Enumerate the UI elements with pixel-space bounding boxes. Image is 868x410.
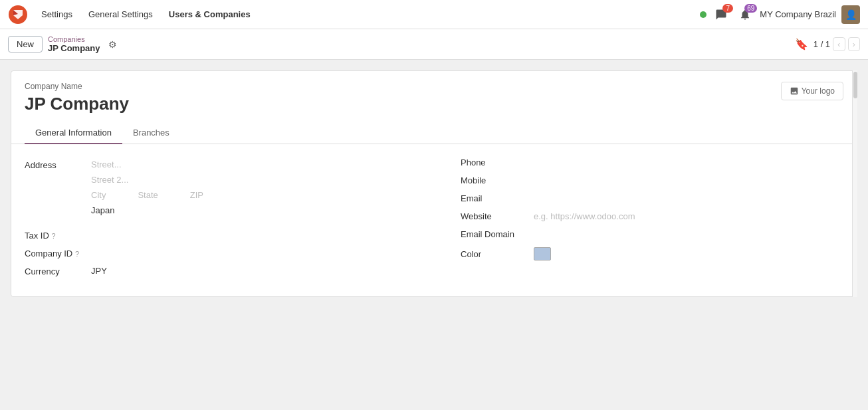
address-label: Address: [25, 157, 91, 170]
city-state-zip-row: City State ZIP: [91, 188, 203, 202]
state-input[interactable]: State: [138, 188, 158, 202]
chat-notifications-button[interactable]: 7: [712, 5, 730, 24]
street-input[interactable]: Street...: [91, 157, 203, 171]
breadcrumb-current-page: JP Company: [48, 43, 100, 53]
email-domain-field: Email Domain: [461, 229, 843, 239]
breadcrumb-parent-link[interactable]: Companies: [48, 35, 100, 43]
website-field: Website e.g. https://www.odoo.com: [461, 211, 843, 221]
company-title: JP Company: [25, 94, 843, 114]
currency-label: Currency: [25, 264, 91, 276]
tax-id-help-icon[interactable]: ?: [51, 232, 55, 240]
address-field: Address Street... Street 2... City State…: [25, 157, 407, 217]
country-input[interactable]: Japan: [91, 203, 203, 217]
tax-id-value[interactable]: [91, 228, 407, 232]
color-field: Color: [461, 247, 843, 260]
logo-button-label: Your logo: [802, 86, 835, 96]
company-id-field: Company ID ?: [25, 246, 407, 258]
city-input[interactable]: City: [91, 188, 106, 202]
company-name-field-label: Company Name: [25, 82, 843, 91]
currency-field: Currency JPY: [25, 264, 407, 278]
tab-branches[interactable]: Branches: [122, 122, 180, 144]
tab-general-information[interactable]: General Information: [25, 122, 122, 144]
form-wrapper: Company Name JP Company Your logo Genera…: [11, 70, 857, 297]
breadcrumb-bar: New Companies JP Company ⚙ 🔖 1 / 1 ‹ ›: [0, 29, 868, 60]
form-body: Address Street... Street 2... City State…: [11, 144, 857, 296]
company-id-label: Company ID ?: [25, 246, 91, 258]
phone-label: Phone: [461, 157, 534, 167]
nav-settings[interactable]: Settings: [35, 5, 79, 23]
next-record-button[interactable]: ›: [848, 37, 860, 51]
bookmark-icon[interactable]: 🔖: [795, 38, 808, 51]
website-label: Website: [461, 211, 534, 221]
address-inputs: Street... Street 2... City State ZIP Jap…: [91, 157, 203, 217]
record-navigation: 1 / 1 ‹ ›: [814, 37, 860, 51]
main-content: Company Name JP Company Your logo Genera…: [0, 60, 868, 410]
chat-badge: 7: [722, 4, 733, 13]
breadcrumb-actions: 🔖 1 / 1 ‹ ›: [795, 37, 860, 51]
email-domain-label: Email Domain: [461, 229, 534, 239]
record-counter: 1 / 1: [814, 39, 830, 49]
tax-id-label: Tax ID ?: [25, 228, 91, 241]
status-indicator: [700, 11, 706, 18]
breadcrumb: Companies JP Company: [48, 35, 100, 53]
previous-record-button[interactable]: ‹: [833, 37, 845, 51]
activity-notifications-button[interactable]: 69: [736, 5, 754, 24]
street2-input[interactable]: Street 2...: [91, 173, 203, 187]
zip-input[interactable]: ZIP: [190, 188, 203, 202]
mobile-field: Mobile: [461, 175, 843, 185]
form-card: Company Name JP Company Your logo Genera…: [11, 70, 857, 297]
current-company-name: MY Company Brazil: [760, 9, 836, 19]
form-header: Company Name JP Company Your logo: [11, 71, 857, 114]
email-field: Email: [461, 193, 843, 203]
upload-logo-button[interactable]: Your logo: [781, 82, 843, 100]
color-picker[interactable]: [534, 247, 551, 260]
company-id-help-icon[interactable]: ?: [75, 250, 79, 258]
new-button[interactable]: New: [8, 36, 43, 52]
currency-value[interactable]: JPY: [91, 264, 407, 278]
form-tabs: General Information Branches: [11, 122, 857, 144]
user-avatar[interactable]: 👤: [841, 5, 860, 24]
settings-gear-icon[interactable]: ⚙: [108, 39, 117, 50]
form-right-column: Phone Mobile Email Webs: [434, 157, 843, 283]
tax-id-field: Tax ID ?: [25, 228, 407, 241]
mobile-label: Mobile: [461, 175, 534, 185]
color-label: Color: [461, 249, 534, 259]
scrollbar-thumb[interactable]: [853, 72, 857, 98]
scrollbar-track[interactable]: [852, 70, 857, 297]
app-logo[interactable]: [8, 5, 28, 25]
form-left-column: Address Street... Street 2... City State…: [25, 157, 434, 283]
nav-general-settings[interactable]: General Settings: [82, 5, 160, 23]
company-id-value[interactable]: [91, 246, 407, 250]
phone-field: Phone: [461, 157, 843, 167]
topnav-right-section: 7 69 MY Company Brazil 👤: [700, 5, 860, 24]
nav-users-companies[interactable]: Users & Companies: [162, 5, 257, 23]
activity-badge: 69: [744, 4, 757, 13]
website-input[interactable]: e.g. https://www.odoo.com: [534, 211, 843, 221]
top-navigation: Settings General Settings Users & Compan…: [0, 0, 868, 29]
email-label: Email: [461, 193, 534, 203]
